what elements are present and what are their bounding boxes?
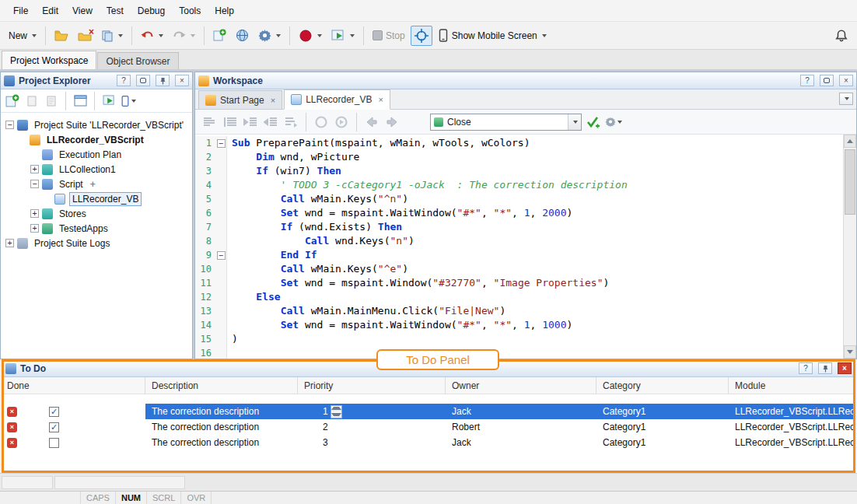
todo-row[interactable]: ×✓The correction description2RobertCateg… xyxy=(2,419,855,435)
column-header-done[interactable]: Done xyxy=(2,377,145,394)
menu-edit[interactable]: Edit xyxy=(35,2,65,19)
done-checkbox[interactable] xyxy=(49,438,59,448)
code-line[interactable]: 7 If (wnd.Exists) Then xyxy=(195,220,843,234)
menu-file[interactable]: File xyxy=(6,2,35,19)
description-cell[interactable]: The correction description xyxy=(145,435,298,450)
scrollbar-thumb[interactable] xyxy=(845,149,855,215)
owner-cell[interactable]: Jack xyxy=(446,435,596,450)
chevron-down-icon[interactable] xyxy=(276,34,281,37)
editor-tab-start-page[interactable]: Start Page× xyxy=(198,90,282,109)
tree-item-execution-plan[interactable]: Execution Plan xyxy=(1,147,192,162)
record-marker-icon[interactable] xyxy=(313,114,330,131)
code-line[interactable]: 3 If (win7) Then xyxy=(195,164,843,178)
priority-spinner[interactable] xyxy=(331,405,342,418)
routine-selector[interactable]: Close xyxy=(430,114,582,131)
code-line[interactable]: 2 Dim wnd, wPicture xyxy=(195,150,843,164)
code-line[interactable]: 6 Set wnd = mspaint.WaitWindow("#*", "*"… xyxy=(195,206,843,220)
column-header-module[interactable]: Module xyxy=(729,377,855,394)
priority-cell[interactable]: 1 xyxy=(298,404,446,419)
code-window-button[interactable] xyxy=(72,93,89,110)
code-line[interactable]: 11 Set wnd = mspaint.Window("#32770", "I… xyxy=(195,276,843,290)
combo-dropdown-button[interactable] xyxy=(568,114,581,130)
save-all-button[interactable] xyxy=(97,26,127,46)
inline-add-icon[interactable]: + xyxy=(90,179,96,190)
code-line[interactable]: 12 Else xyxy=(195,290,843,304)
tab-list-dropdown[interactable] xyxy=(839,93,853,105)
show-mobile-screen-button[interactable]: Show Mobile Screen xyxy=(434,26,551,46)
code-line[interactable]: 10 Call wMain.Keys("^e") xyxy=(195,262,843,276)
close-button[interactable]: × xyxy=(839,75,853,86)
mobile-screen-toggle[interactable] xyxy=(411,26,432,46)
chevron-down-icon[interactable] xyxy=(617,121,622,124)
column-header-priority[interactable]: Priority xyxy=(298,377,446,394)
play-marker-icon[interactable] xyxy=(333,114,350,131)
remove-item-button[interactable] xyxy=(43,93,60,110)
expand-icon[interactable]: + xyxy=(30,165,39,173)
chevron-down-icon[interactable] xyxy=(159,34,163,37)
close-button[interactable]: × xyxy=(838,362,852,374)
priority-cell[interactable]: 2 xyxy=(298,419,446,435)
collapse-icon[interactable]: − xyxy=(5,121,14,129)
editor-settings-button[interactable] xyxy=(605,114,622,131)
fold-collapse-icon[interactable]: − xyxy=(217,139,226,148)
tree-item-stores[interactable]: +Stores xyxy=(1,206,192,221)
tab-project-workspace[interactable]: Project Workspace xyxy=(2,51,96,69)
scroll-down-button[interactable] xyxy=(844,345,856,359)
code-line[interactable]: 15) xyxy=(195,332,843,346)
add-new-item-button[interactable] xyxy=(4,93,21,110)
category-cell[interactable]: Category1 xyxy=(596,404,729,419)
menu-test[interactable]: Test xyxy=(100,2,131,19)
tree-item-script[interactable]: −Script+ xyxy=(1,177,192,191)
close-button[interactable]: × xyxy=(175,75,189,86)
run-button[interactable] xyxy=(327,26,359,46)
tree-item-project-suite-llrecorder-vbscript[interactable]: −Project Suite 'LLRecorder_VBScript' xyxy=(1,117,192,132)
module-cell[interactable]: LLRecorder_VBScript.LLRecorde xyxy=(729,404,855,419)
code-line[interactable]: 13 Call wMain.MainMenu.Click("File|New") xyxy=(195,304,843,318)
chevron-down-icon[interactable] xyxy=(118,34,123,37)
spinner-up-button[interactable] xyxy=(331,406,341,412)
code-line[interactable]: 9− End If xyxy=(195,248,843,262)
run-project-button[interactable] xyxy=(100,93,117,110)
vertical-scrollbar[interactable] xyxy=(843,135,856,359)
chevron-down-icon[interactable] xyxy=(191,34,195,37)
category-cell[interactable]: Category1 xyxy=(596,419,729,435)
record-button[interactable] xyxy=(295,26,326,46)
done-checkbox[interactable]: ✓ xyxy=(49,422,59,432)
code-line[interactable]: 14 Set wnd = mspaint.WaitWindow("#*", "*… xyxy=(195,318,843,332)
owner-cell[interactable]: Jack xyxy=(446,404,596,419)
tree-item-llcollection1[interactable]: +LLCollection1 xyxy=(1,162,192,177)
expand-icon[interactable]: + xyxy=(30,209,39,218)
outdent-icon[interactable] xyxy=(262,114,279,131)
services-button[interactable] xyxy=(254,26,285,46)
menu-help[interactable]: Help xyxy=(208,2,241,19)
scrollbar-track[interactable] xyxy=(844,148,856,345)
format-source-icon[interactable] xyxy=(201,114,219,131)
tab-close-icon[interactable]: × xyxy=(379,95,383,104)
tree-item-llrecorder-vb[interactable]: LLRecorder_VB xyxy=(1,191,192,206)
add-new-item-button[interactable] xyxy=(209,26,230,46)
maximize-button[interactable] xyxy=(136,75,150,86)
description-cell[interactable]: The correction description xyxy=(145,419,298,435)
maximize-button[interactable] xyxy=(820,75,834,86)
code-line[interactable]: 5 Call wMain.Keys("^n") xyxy=(195,192,843,206)
navigate-forward-icon[interactable] xyxy=(383,114,401,131)
navigate-back-icon[interactable] xyxy=(363,114,380,131)
undo-button[interactable] xyxy=(137,26,167,46)
stop-button[interactable]: Stop xyxy=(369,26,409,46)
todo-row[interactable]: ×✓The correction description1JackCategor… xyxy=(2,404,855,419)
code-editor[interactable]: 1−Sub PreparePaint(mspaint, wMain, wTool… xyxy=(195,135,856,359)
spinner-down-button[interactable] xyxy=(331,411,341,418)
chevron-down-icon[interactable] xyxy=(542,34,547,37)
add-todo-button[interactable] xyxy=(585,114,602,131)
description-cell[interactable]: The correction description xyxy=(145,404,298,419)
code-line[interactable]: 1−Sub PreparePaint(mspaint, wMain, wTool… xyxy=(195,136,843,150)
done-checkbox[interactable]: ✓ xyxy=(49,407,59,417)
chevron-down-icon[interactable] xyxy=(317,34,322,37)
help-button[interactable]: ? xyxy=(800,75,814,86)
help-button[interactable]: ? xyxy=(117,75,131,86)
priority-cell[interactable]: 3 xyxy=(298,435,446,450)
help-button[interactable]: ? xyxy=(799,362,813,374)
todo-row[interactable]: ×The correction description3JackCategory… xyxy=(2,435,855,450)
pin-button[interactable] xyxy=(818,362,832,374)
add-existing-item-button[interactable] xyxy=(23,93,40,110)
